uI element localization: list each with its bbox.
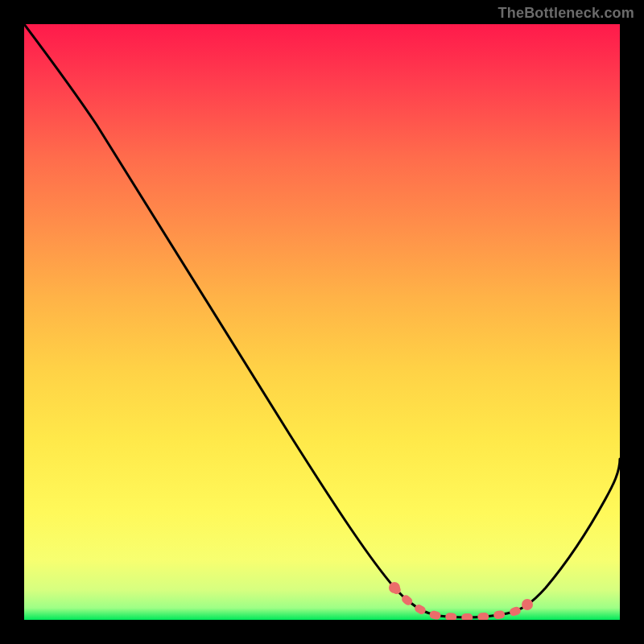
watermark-text: TheBottleneck.com (498, 5, 634, 22)
curve-svg (24, 24, 620, 620)
optimal-range-end-icon (522, 599, 533, 610)
bottleneck-curve-line (24, 24, 620, 617)
plot-area (24, 24, 620, 620)
optimal-range-start-icon (389, 582, 400, 593)
chart-frame: TheBottleneck.com (0, 0, 644, 644)
